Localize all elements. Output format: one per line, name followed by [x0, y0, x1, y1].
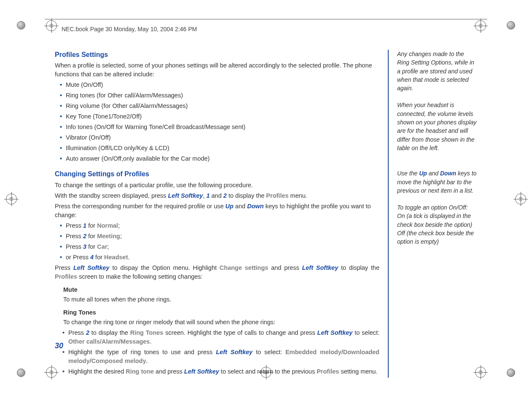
- list-item: Mute (On/Off): [66, 81, 379, 89]
- print-bullet-icon: [17, 368, 25, 377]
- subhead-mute: Mute: [63, 285, 379, 294]
- list-item: Highlight the desired Ring tone and pres…: [68, 367, 379, 376]
- menu-change-settings: Change settings: [220, 264, 269, 271]
- paragraph: With the standby screen displayed, press…: [55, 191, 379, 200]
- print-header: NEC.book Page 30 Monday, May 10, 2004 2:…: [45, 19, 487, 36]
- print-bullet-icon: [17, 21, 25, 30]
- side-note: To toggle an option On/Off: On (a tick i…: [397, 203, 477, 246]
- header-text: NEC.book Page 30 Monday, May 10, 2004 2:…: [62, 26, 197, 32]
- crop-mark: [4, 192, 19, 206]
- main-column: Profiles Settings When a profile is sele…: [55, 50, 379, 378]
- list-item: Vibrator (On/Off): [66, 133, 379, 142]
- key-down: Down: [440, 170, 456, 177]
- key-up: Up: [419, 170, 427, 177]
- list-item: Press 3 for Car;: [66, 242, 379, 251]
- list-item: Press 2 to display the Ring Tones screen…: [68, 328, 379, 346]
- crop-mark: [513, 192, 528, 206]
- side-note: When your headset is connected, the volu…: [397, 101, 477, 152]
- list-item: Illumination (Off/LCD only/Key & LCD): [66, 144, 379, 153]
- print-bullet-icon: [507, 368, 515, 377]
- key-left-softkey: Left Softkey: [168, 192, 203, 199]
- list-item: Key Tone (Tone1/Tone2/Off): [66, 112, 379, 121]
- paragraph: To mute all tones when the phone rings.: [63, 295, 379, 304]
- key-down: Down: [247, 203, 263, 210]
- list-item: Auto answer (On/Off,only available for t…: [66, 154, 379, 163]
- key-2: 2: [223, 192, 227, 199]
- print-bullet-icon: [507, 21, 515, 30]
- menu-profiles: Profiles: [55, 273, 77, 280]
- paragraph: Press Left Softkey to dispay the Option …: [55, 264, 379, 281]
- paragraph: To change the settings of a particular p…: [55, 181, 379, 190]
- side-note: Any changes made to the Ring Setting Opt…: [397, 50, 477, 92]
- paragraph: Press the corresponding number for the r…: [55, 202, 379, 220]
- list-item: Press 1 for Normal;: [66, 221, 379, 230]
- side-note: Use the Up and Down keys to move the hig…: [397, 169, 477, 195]
- key-left-softkey: Left Softkey: [73, 264, 110, 271]
- intro-paragraph: When a profile is selected, some of your…: [55, 61, 379, 79]
- list-item: Highlight the type of ring tones to use …: [68, 348, 379, 366]
- list-item: Press 2 for Meeting;: [66, 232, 379, 241]
- list-item: Info tones (On/Off for Warning Tone/Cell…: [66, 123, 379, 132]
- list-item: Ring tones (for Other call/Alarm/Message…: [66, 91, 379, 100]
- page-number: 30: [55, 342, 63, 350]
- paragraph: To change the ring tone or ringer melody…: [63, 318, 379, 327]
- key-left-softkey: Left Softkey: [302, 264, 338, 271]
- list-item: or Press 4 for Headset.: [66, 253, 379, 262]
- key-up: Up: [226, 203, 234, 210]
- list-item: Ring volume (for Other call/Alarm/Messag…: [66, 102, 379, 110]
- subhead-ring-tones: Ring Tones: [63, 308, 379, 317]
- heading-changing-settings: Changing Settings of Profiles: [55, 169, 379, 179]
- menu-profiles: Profiles: [266, 192, 288, 199]
- key-1: 1: [206, 192, 210, 199]
- heading-profiles-settings: Profiles Settings: [55, 50, 379, 59]
- side-column: Any changes made to the Ring Setting Opt…: [388, 50, 477, 378]
